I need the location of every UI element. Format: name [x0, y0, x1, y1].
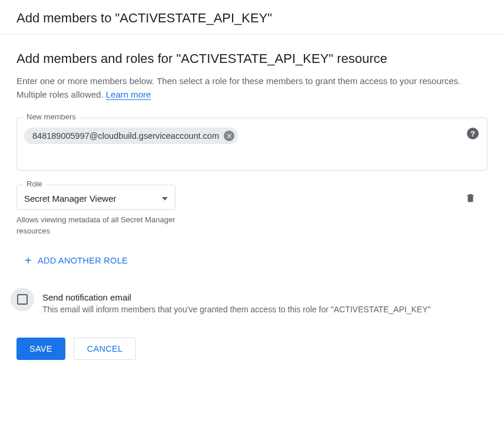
dialog-content: Add members and roles for "ACTIVESTATE_A…: [0, 35, 504, 376]
role-select[interactable]: Secret Manager Viewer: [17, 185, 175, 209]
help-icon[interactable]: ?: [467, 128, 479, 139]
cancel-button[interactable]: CANCEL: [74, 338, 137, 360]
add-another-role-button[interactable]: + ADD ANOTHER ROLE: [25, 255, 128, 266]
save-button[interactable]: SAVE: [16, 338, 65, 360]
add-role-label: ADD ANOTHER ROLE: [38, 256, 128, 265]
notification-row: Send notification email This email will …: [16, 292, 488, 314]
role-row: Role Secret Manager Viewer: [16, 185, 488, 210]
button-row: SAVE CANCEL: [16, 338, 488, 360]
notification-label: Send notification email: [42, 292, 430, 302]
chevron-down-icon: [162, 197, 168, 201]
new-members-label: New members: [23, 112, 79, 121]
member-chip: 848189005997@cloudbuild.gserviceaccount.…: [24, 128, 238, 144]
chip-remove-icon[interactable]: ✕: [224, 131, 234, 141]
member-chip-text: 848189005997@cloudbuild.gserviceaccount.…: [32, 131, 219, 141]
role-hint: Allows viewing metadata of all Secret Ma…: [16, 215, 175, 237]
notification-sublabel: This email will inform members that you'…: [42, 305, 430, 314]
learn-more-link[interactable]: Learn more: [106, 89, 151, 100]
delete-role-icon[interactable]: [465, 192, 476, 204]
role-label: Role: [23, 179, 46, 188]
checkbox-ripple: [11, 288, 34, 311]
notification-checkbox[interactable]: [17, 294, 28, 305]
dialog-header: Add members to "ACTIVESTATE_API_KEY": [0, 0, 504, 35]
plus-icon: +: [25, 255, 32, 266]
section-heading: Add members and roles for "ACTIVESTATE_A…: [16, 51, 488, 66]
description-text: Enter one or more members below. Then se…: [16, 76, 460, 99]
new-members-field[interactable]: New members 848189005997@cloudbuild.gser…: [16, 118, 488, 171]
section-description: Enter one or more members below. Then se…: [16, 75, 488, 101]
dialog-title: Add members to "ACTIVESTATE_API_KEY": [16, 11, 488, 26]
role-field[interactable]: Role Secret Manager Viewer: [16, 185, 175, 210]
role-selected-value: Secret Manager Viewer: [24, 194, 116, 204]
